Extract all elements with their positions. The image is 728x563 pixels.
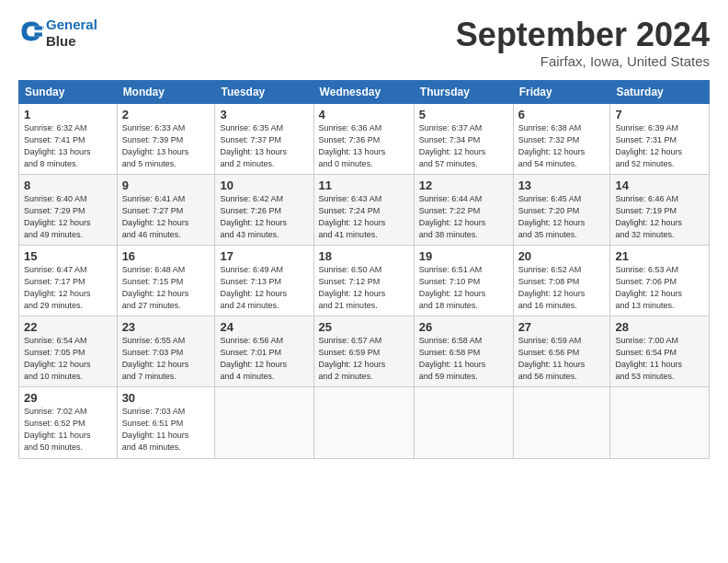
day-cell: 19Sunrise: 6:51 AM Sunset: 7:10 PM Dayli… [414,245,513,316]
day-number: 15 [24,249,112,263]
day-number: 9 [122,178,210,192]
day-cell: 18Sunrise: 6:50 AM Sunset: 7:12 PM Dayli… [313,245,414,316]
day-cell: 14Sunrise: 6:46 AM Sunset: 7:19 PM Dayli… [610,174,710,245]
day-cell: 15Sunrise: 6:47 AM Sunset: 7:17 PM Dayli… [19,245,118,316]
page-container: General Blue September 2024 Fairfax, Iow… [0,0,728,468]
week-row-3: 15Sunrise: 6:47 AM Sunset: 7:17 PM Dayli… [19,245,710,316]
day-cell: 1Sunrise: 6:32 AM Sunset: 7:41 PM Daylig… [19,103,118,174]
day-cell: 12Sunrise: 6:44 AM Sunset: 7:22 PM Dayli… [414,174,513,245]
day-number: 27 [518,320,606,334]
title-block: September 2024 Fairfax, Iowa, United Sta… [456,17,710,69]
day-info: Sunrise: 6:51 AM Sunset: 7:10 PM Dayligh… [419,264,508,312]
header-day-saturday: Saturday [610,80,710,103]
day-cell: 2Sunrise: 6:33 AM Sunset: 7:39 PM Daylig… [117,103,215,174]
day-number: 1 [24,108,112,121]
day-number: 8 [24,178,112,192]
day-info: Sunrise: 6:38 AM Sunset: 7:32 PM Dayligh… [518,122,606,170]
header-day-thursday: Thursday [414,80,513,103]
month-title: September 2024 [456,17,710,53]
day-number: 21 [615,249,704,263]
header: General Blue September 2024 Fairfax, Iow… [18,17,710,69]
week-row-4: 22Sunrise: 6:54 AM Sunset: 7:05 PM Dayli… [19,316,710,387]
day-number: 3 [220,108,308,121]
header-day-sunday: Sunday [19,80,118,103]
day-info: Sunrise: 6:43 AM Sunset: 7:24 PM Dayligh… [319,193,409,241]
day-info: Sunrise: 6:33 AM Sunset: 7:39 PM Dayligh… [122,122,210,170]
day-info: Sunrise: 6:57 AM Sunset: 6:59 PM Dayligh… [319,335,409,383]
day-cell: 22Sunrise: 6:54 AM Sunset: 7:05 PM Dayli… [19,316,118,387]
day-number: 20 [518,249,606,263]
day-cell: 8Sunrise: 6:40 AM Sunset: 7:29 PM Daylig… [19,174,118,245]
day-number: 14 [615,178,704,192]
day-cell: 25Sunrise: 6:57 AM Sunset: 6:59 PM Dayli… [313,316,414,387]
day-cell: 3Sunrise: 6:35 AM Sunset: 7:37 PM Daylig… [215,103,313,174]
day-cell: 16Sunrise: 6:48 AM Sunset: 7:15 PM Dayli… [117,245,215,316]
logo: General Blue [18,17,97,50]
svg-marker-0 [42,24,44,29]
day-number: 24 [220,320,308,334]
day-number: 29 [24,391,112,405]
day-cell: 26Sunrise: 6:58 AM Sunset: 6:58 PM Dayli… [414,316,513,387]
day-number: 11 [319,178,409,192]
day-number: 5 [419,108,508,121]
day-info: Sunrise: 6:36 AM Sunset: 7:36 PM Dayligh… [319,122,409,170]
day-info: Sunrise: 6:56 AM Sunset: 7:01 PM Dayligh… [220,335,308,383]
logo-icon [18,18,44,44]
day-cell: 10Sunrise: 6:42 AM Sunset: 7:26 PM Dayli… [215,174,313,245]
day-number: 10 [220,178,308,192]
day-info: Sunrise: 6:54 AM Sunset: 7:05 PM Dayligh… [24,335,112,383]
day-cell [215,387,313,458]
day-info: Sunrise: 6:49 AM Sunset: 7:13 PM Dayligh… [220,264,308,312]
day-cell: 5Sunrise: 6:37 AM Sunset: 7:34 PM Daylig… [414,103,513,174]
calendar-table: SundayMondayTuesdayWednesdayThursdayFrid… [18,80,710,459]
day-number: 12 [419,178,508,192]
day-cell: 9Sunrise: 6:41 AM Sunset: 7:27 PM Daylig… [117,174,215,245]
day-number: 26 [419,320,508,334]
week-row-2: 8Sunrise: 6:40 AM Sunset: 7:29 PM Daylig… [19,174,710,245]
day-number: 18 [319,249,409,263]
day-info: Sunrise: 6:46 AM Sunset: 7:19 PM Dayligh… [615,193,704,241]
day-cell: 20Sunrise: 6:52 AM Sunset: 7:08 PM Dayli… [513,245,610,316]
day-number: 7 [615,108,704,121]
header-day-tuesday: Tuesday [215,80,313,103]
day-cell [414,387,513,458]
day-cell [513,387,610,458]
logo-text: General Blue [46,17,97,50]
day-cell: 17Sunrise: 6:49 AM Sunset: 7:13 PM Dayli… [215,245,313,316]
day-cell: 21Sunrise: 6:53 AM Sunset: 7:06 PM Dayli… [610,245,710,316]
day-cell: 27Sunrise: 6:59 AM Sunset: 6:56 PM Dayli… [513,316,610,387]
day-info: Sunrise: 7:03 AM Sunset: 6:51 PM Dayligh… [122,406,210,454]
day-cell: 4Sunrise: 6:36 AM Sunset: 7:36 PM Daylig… [313,103,414,174]
day-cell: 24Sunrise: 6:56 AM Sunset: 7:01 PM Dayli… [215,316,313,387]
header-day-wednesday: Wednesday [313,80,414,103]
day-number: 30 [122,391,210,405]
header-day-monday: Monday [117,80,215,103]
day-info: Sunrise: 6:47 AM Sunset: 7:17 PM Dayligh… [24,264,112,312]
day-cell: 28Sunrise: 7:00 AM Sunset: 6:54 PM Dayli… [610,316,710,387]
day-number: 6 [518,108,606,121]
day-info: Sunrise: 6:37 AM Sunset: 7:34 PM Dayligh… [419,122,508,170]
day-number: 13 [518,178,606,192]
day-info: Sunrise: 6:50 AM Sunset: 7:12 PM Dayligh… [319,264,409,312]
day-number: 23 [122,320,210,334]
day-info: Sunrise: 6:53 AM Sunset: 7:06 PM Dayligh… [615,264,704,312]
day-info: Sunrise: 6:32 AM Sunset: 7:41 PM Dayligh… [24,122,112,170]
day-number: 19 [419,249,508,263]
day-number: 22 [24,320,112,334]
day-info: Sunrise: 7:02 AM Sunset: 6:52 PM Dayligh… [24,406,112,454]
day-info: Sunrise: 6:44 AM Sunset: 7:22 PM Dayligh… [419,193,508,241]
day-number: 16 [122,249,210,263]
week-row-5: 29Sunrise: 7:02 AM Sunset: 6:52 PM Dayli… [19,387,710,458]
day-cell: 30Sunrise: 7:03 AM Sunset: 6:51 PM Dayli… [117,387,215,458]
day-cell: 13Sunrise: 6:45 AM Sunset: 7:20 PM Dayli… [513,174,610,245]
day-number: 17 [220,249,308,263]
day-info: Sunrise: 6:40 AM Sunset: 7:29 PM Dayligh… [24,193,112,241]
header-day-friday: Friday [513,80,610,103]
day-number: 28 [615,320,704,334]
day-cell: 6Sunrise: 6:38 AM Sunset: 7:32 PM Daylig… [513,103,610,174]
day-cell [313,387,414,458]
day-cell: 29Sunrise: 7:02 AM Sunset: 6:52 PM Dayli… [19,387,118,458]
day-cell: 23Sunrise: 6:55 AM Sunset: 7:03 PM Dayli… [117,316,215,387]
day-info: Sunrise: 6:45 AM Sunset: 7:20 PM Dayligh… [518,193,606,241]
day-info: Sunrise: 6:39 AM Sunset: 7:31 PM Dayligh… [615,122,704,170]
